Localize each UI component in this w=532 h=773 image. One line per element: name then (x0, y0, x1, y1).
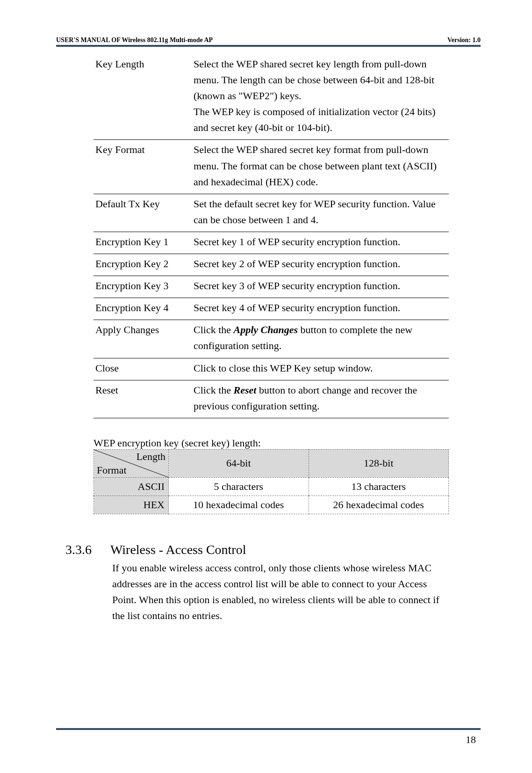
diag-header-format: Format (97, 464, 127, 476)
footer-rule (56, 728, 481, 730)
wep-table-caption: WEP encryption key (secret key) length: (93, 437, 481, 449)
cell-ascii-128: 13 characters (309, 477, 449, 496)
cell-hex-64: 10 hexadecimal codes (169, 496, 309, 514)
definition-label: Encryption Key 1 (93, 232, 192, 254)
definition-label: Encryption Key 3 (93, 276, 192, 298)
definition-label: Encryption Key 2 (93, 254, 192, 276)
diag-header-length: Length (137, 451, 165, 463)
definition-label: Close (93, 358, 192, 380)
definition-label: Reset (93, 380, 192, 418)
section-body: If you enable wireless access control, o… (112, 560, 449, 624)
emphasis-term: Reset (234, 384, 257, 396)
key-length-table: Length Format 64-bit 128-bit ASCII 5 cha… (93, 449, 449, 514)
definition-desc: Secret key 1 of WEP security encryption … (192, 232, 449, 254)
page-number: 18 (466, 734, 476, 746)
section-number: 3.3.6 (65, 542, 110, 557)
definition-desc: Select the WEP shared secret key format … (192, 140, 449, 194)
table-row: Encryption Key 3Secret key 3 of WEP secu… (93, 276, 449, 298)
definition-desc: Click the Reset button to abort change a… (192, 380, 449, 418)
definition-desc: Set the default secret key for WEP secur… (192, 194, 449, 232)
definition-label: Default Tx Key (93, 194, 192, 232)
section-heading: 3.3.6Wireless - Access Control (56, 542, 481, 557)
header-title: USER'S MANUAL OF Wireless 802.11g Multi-… (56, 36, 213, 44)
col-64bit: 64-bit (169, 449, 309, 477)
table-row: Key FormatSelect the WEP shared secret k… (93, 140, 449, 194)
table-row: ResetClick the Reset button to abort cha… (93, 380, 449, 418)
diag-header-cell: Length Format (94, 449, 169, 477)
section-title: Wireless - Access Control (110, 542, 246, 557)
page-header: USER'S MANUAL OF Wireless 802.11g Multi-… (56, 36, 481, 47)
definition-desc: Click the Apply Changes button to comple… (192, 320, 449, 358)
definition-label: Apply Changes (93, 320, 192, 358)
definition-desc: Secret key 3 of WEP security encryption … (192, 276, 449, 298)
definition-desc: Secret key 4 of WEP security encryption … (192, 298, 449, 320)
definition-label: Encryption Key 4 (93, 298, 192, 320)
definitions-table: Key LengthSelect the WEP shared secret k… (93, 54, 449, 418)
definition-desc: Secret key 2 of WEP security encryption … (192, 254, 449, 276)
row-hex-header: HEX (94, 496, 169, 514)
table-row: Encryption Key 4Secret key 4 of WEP secu… (93, 298, 449, 320)
table-row: Encryption Key 2Secret key 2 of WEP secu… (93, 254, 449, 276)
table-row: CloseClick to close this WEP Key setup w… (93, 358, 449, 380)
table-row: Default Tx KeySet the default secret key… (93, 194, 449, 232)
definition-label: Key Length (93, 54, 192, 140)
table-row: Apply ChangesClick the Apply Changes but… (93, 320, 449, 358)
col-128bit: 128-bit (309, 449, 449, 477)
definition-desc: Select the WEP shared secret key length … (192, 54, 449, 140)
row-ascii-header: ASCII (94, 477, 169, 496)
definition-label: Key Format (93, 140, 192, 194)
definition-desc: Click to close this WEP Key setup window… (192, 358, 449, 380)
header-version: Version: 1.0 (447, 36, 481, 44)
cell-ascii-64: 5 characters (169, 477, 309, 496)
table-row: Key LengthSelect the WEP shared secret k… (93, 54, 449, 140)
cell-hex-128: 26 hexadecimal codes (309, 496, 449, 514)
table-row: Encryption Key 1Secret key 1 of WEP secu… (93, 232, 449, 254)
emphasis-term: Apply Changes (234, 324, 298, 335)
